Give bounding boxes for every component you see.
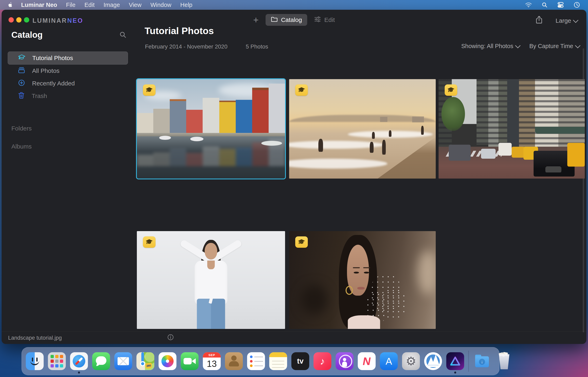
- dock-messages-icon[interactable]: [92, 352, 110, 370]
- control-center-icon[interactable]: [557, 2, 564, 8]
- sidebar-item-recently-added[interactable]: Recently Added: [8, 77, 128, 90]
- thumbnail-size-selector[interactable]: Large: [555, 17, 577, 24]
- dock-podcasts-icon[interactable]: [336, 352, 353, 370]
- dock-facetime-icon[interactable]: [181, 352, 199, 370]
- photo-art-eye: [354, 272, 359, 273]
- selected-filename: Landscape tutorial.jpg: [8, 335, 62, 341]
- sidebar-item-all-photos[interactable]: All Photos: [8, 65, 128, 77]
- sidebar-item-label: Tutorial Photos: [32, 55, 73, 61]
- showing-filter-label: Showing: All Photos: [461, 43, 513, 49]
- sidebar-section-folders[interactable]: Folders: [11, 125, 128, 132]
- dock: 280 SEP 13 tv ♪ N A ⚙: [22, 347, 500, 375]
- sidebar-item-trash[interactable]: Trash: [8, 90, 128, 102]
- info-icon[interactable]: [167, 334, 174, 342]
- sidebar-item-tutorial-photos[interactable]: Tutorial Photos: [8, 52, 128, 65]
- photo-art-person: [389, 130, 391, 137]
- photo-art-earring: [346, 286, 353, 295]
- menu-item-image[interactable]: Image: [104, 2, 120, 8]
- dock-mail-icon[interactable]: [114, 352, 132, 370]
- photo-art-building: [412, 117, 424, 122]
- facetime-camera-body: [183, 358, 192, 365]
- dock-finder-icon[interactable]: [26, 352, 44, 370]
- photo-art-awning: [535, 127, 585, 134]
- photo-thumbnail-canal-houses[interactable]: [136, 78, 286, 179]
- photo-art-taxi: [512, 147, 525, 158]
- dock-contacts-icon[interactable]: [225, 352, 243, 370]
- photo-thumbnail-beach-sunset[interactable]: [289, 79, 436, 178]
- sidebar-item-label: Trash: [32, 93, 47, 99]
- wifi-icon[interactable]: [525, 2, 532, 8]
- menu-item-view[interactable]: View: [129, 2, 142, 8]
- zoom-window-button[interactable]: [24, 17, 29, 23]
- photo-thumbnail-city-street[interactable]: [439, 79, 585, 178]
- app-logo: LUMINARNEO: [33, 17, 83, 24]
- clock-icon[interactable]: [574, 2, 580, 8]
- photo-art-lips: [357, 287, 365, 290]
- dock-trash-icon[interactable]: [495, 352, 513, 370]
- dock-reminders-icon[interactable]: [247, 352, 265, 370]
- sidebar-search-icon[interactable]: [119, 31, 126, 39]
- share-icon[interactable]: [536, 16, 542, 25]
- chevron-down-icon: [515, 43, 521, 48]
- chevron-down-icon: [575, 43, 580, 48]
- dock-safari-icon[interactable]: [70, 352, 88, 370]
- photo-art-neck: [207, 260, 215, 269]
- dock-maps-icon[interactable]: 280: [136, 352, 154, 370]
- luminar-circle: [425, 353, 441, 369]
- window-titlebar: LUMINARNEO + Catalog Edit Large: [2, 10, 586, 30]
- dock-calendar-icon[interactable]: SEP 13: [203, 352, 221, 370]
- sort-filter-label: By Capture Time: [529, 43, 573, 49]
- dock-launchpad-icon[interactable]: [48, 352, 66, 370]
- tab-catalog[interactable]: Catalog: [265, 14, 307, 26]
- contacts-silhouette-head: [231, 355, 237, 361]
- photo-art-person: [318, 139, 323, 152]
- dock-notes-icon[interactable]: [269, 352, 287, 370]
- photo-thumbnail-studio-model[interactable]: [137, 231, 285, 329]
- photo-stack-icon: [18, 67, 25, 75]
- photo-art-reflection: [137, 136, 285, 166]
- dock-settings-icon[interactable]: ⚙: [402, 352, 420, 370]
- graduation-cap-icon: [18, 54, 25, 62]
- maps-highway-shield: 280: [145, 363, 152, 369]
- menu-item-window[interactable]: Window: [150, 2, 171, 8]
- menu-item-help[interactable]: Help: [180, 2, 192, 8]
- tutorial-badge: [143, 84, 156, 96]
- photo-thumbnail-portrait-flower[interactable]: [289, 231, 436, 329]
- dock-downloads-icon[interactable]: ↓: [473, 352, 491, 370]
- menu-item-edit[interactable]: Edit: [84, 2, 95, 8]
- sidebar-section-albums[interactable]: Albums: [11, 143, 128, 150]
- grid-filters: Showing: All Photos By Capture Time: [461, 43, 579, 49]
- showing-filter-dropdown[interactable]: Showing: All Photos: [461, 43, 519, 49]
- photo-art-building: [488, 79, 498, 149]
- collection-meta: February 2014 - November 2020 5 Photos: [145, 43, 268, 50]
- tab-edit[interactable]: Edit: [314, 16, 335, 24]
- dock-luminar-icon[interactable]: [424, 352, 442, 370]
- photo-art-top: [348, 315, 380, 329]
- photo-art-building: [519, 79, 535, 157]
- menu-item-file[interactable]: File: [66, 2, 75, 8]
- photo-art-van: [498, 143, 512, 156]
- date-range: February 2014 - November 2020: [145, 43, 228, 50]
- photo-art-building: [477, 79, 488, 145]
- minimize-window-button[interactable]: [16, 17, 22, 23]
- menu-app-name[interactable]: Luminar Neo: [21, 2, 57, 8]
- download-arrow-icon: ↓: [479, 359, 485, 365]
- dock-appstore-icon[interactable]: A: [380, 352, 398, 370]
- dock-luminar-neo-icon[interactable]: [446, 352, 464, 370]
- dock-photos-icon[interactable]: [159, 352, 176, 370]
- search-icon[interactable]: [542, 2, 547, 8]
- tutorial-badge: [445, 84, 457, 96]
- sidebar-title: Catalog: [11, 30, 128, 40]
- add-photos-button[interactable]: +: [253, 14, 259, 26]
- photo-art-grille: [545, 166, 561, 173]
- photo-art-face: [205, 243, 217, 259]
- dock-news-icon[interactable]: N: [358, 352, 376, 370]
- apple-logo-icon[interactable]: [7, 2, 12, 8]
- tutorial-badge: [295, 236, 308, 248]
- dock-music-icon[interactable]: ♪: [313, 352, 331, 370]
- sort-filter-dropdown[interactable]: By Capture Time: [529, 43, 579, 49]
- close-window-button[interactable]: [9, 17, 14, 23]
- trash-bin: [498, 354, 510, 369]
- dock-tv-icon[interactable]: tv: [291, 352, 309, 370]
- photo-art-building: [507, 79, 519, 147]
